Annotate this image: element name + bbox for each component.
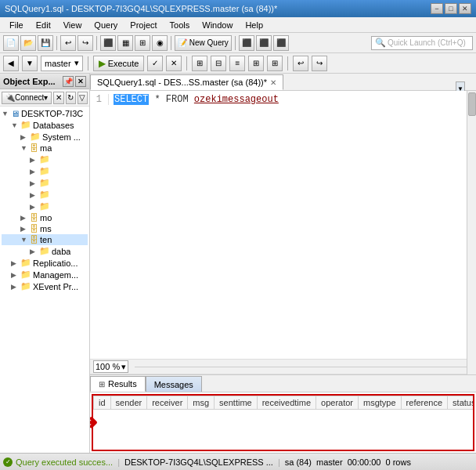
- system-label: System ...: [42, 132, 81, 142]
- sql-line-1: SELECT * FROM ozekimessageout: [114, 94, 279, 105]
- cancel-btn[interactable]: ✕: [166, 56, 182, 71]
- tree-sub4[interactable]: ▶ 📁: [2, 189, 88, 201]
- management-label: Managem...: [33, 270, 78, 280]
- zoom-bar: 100 % ▾: [90, 359, 476, 374]
- tree-sub5[interactable]: ▶ 📁: [2, 201, 88, 212]
- sep2: [96, 36, 97, 50]
- btn6[interactable]: ◉: [152, 35, 168, 51]
- db-dropdown[interactable]: master ▾: [41, 56, 83, 71]
- expand-icon: ▶: [20, 133, 30, 141]
- main-area: Object Exp... 📌 ✕ 🔌 Connect ▾ ✕ ↻ ▽ ▼ 🖥 …: [0, 74, 476, 453]
- quick-launch-input[interactable]: 🔍 Quick Launch (Ctrl+Q): [371, 36, 473, 50]
- tree-sub1[interactable]: ▶ 📁: [2, 154, 88, 165]
- results-tab[interactable]: ⊞ Results: [90, 376, 146, 392]
- expand-icon: ▶: [30, 156, 39, 164]
- redo-btn[interactable]: ↪: [78, 35, 93, 51]
- btn4[interactable]: ▦: [117, 35, 133, 51]
- col-msgtype: msgtype: [359, 396, 402, 410]
- toolbar-btn-e[interactable]: ≡: [229, 56, 245, 71]
- col-operator: operator: [316, 396, 359, 410]
- new-file-btn[interactable]: 📄: [3, 35, 19, 51]
- toolbar-btn-b[interactable]: ▼: [22, 56, 38, 71]
- menu-window[interactable]: Window: [196, 19, 239, 31]
- menu-view[interactable]: View: [57, 19, 88, 31]
- menu-file[interactable]: File: [3, 19, 30, 31]
- maximize-button[interactable]: □: [445, 3, 457, 14]
- zoom-dropdown[interactable]: 100 % ▾: [93, 360, 128, 373]
- tree-databases[interactable]: ▼ 📁 Databases: [2, 119, 88, 131]
- results-area: ⊞ Results Messages ➜ id: [90, 374, 476, 453]
- vertical-scrollbar[interactable]: [467, 91, 476, 374]
- btn3[interactable]: ⬛: [100, 35, 116, 51]
- minimize-button[interactable]: −: [431, 3, 443, 14]
- chevron-down-icon: ▾: [74, 58, 79, 68]
- expand-icon: ▼: [2, 110, 11, 118]
- filter-btn[interactable]: ▽: [78, 92, 88, 104]
- expand-icon: ▼: [20, 144, 30, 152]
- tree-ma-db[interactable]: ▼ 🗄 ma: [2, 143, 88, 154]
- refresh-btn[interactable]: ↻: [66, 92, 76, 104]
- xevent-label: XEvent Pr...: [33, 282, 78, 291]
- open-btn[interactable]: 📂: [20, 35, 36, 51]
- tab-close-icon[interactable]: ✕: [270, 78, 276, 87]
- close-button[interactable]: ✕: [459, 3, 471, 14]
- btn8[interactable]: ⬛: [256, 35, 272, 51]
- panel-close-btn[interactable]: ✕: [75, 76, 86, 87]
- debug-btn[interactable]: ✓: [147, 56, 163, 71]
- tree-xevent[interactable]: ▶ 📁 XEvent Pr...: [2, 280, 88, 292]
- tree-ten-db[interactable]: ▼ 🗄 ten: [2, 234, 88, 245]
- tree-management[interactable]: ▶ 📁 Managem...: [2, 269, 88, 280]
- tree-mo-db[interactable]: ▶ 🗄 mo: [2, 212, 88, 223]
- tree-replication[interactable]: ▶ 📁 Replicatio...: [2, 257, 88, 269]
- menu-edit[interactable]: Edit: [30, 19, 57, 31]
- toolbar-btn-f[interactable]: ⊞: [248, 56, 264, 71]
- toolbar-btn-d[interactable]: ⊟: [211, 56, 226, 71]
- status-success: ✓ Query executed succes...: [3, 457, 113, 467]
- undo-btn[interactable]: ↩: [60, 35, 76, 51]
- execute-button[interactable]: ▶ Execute: [93, 56, 145, 71]
- connect-btn[interactable]: 🔌 Connect ▾: [2, 92, 52, 104]
- menu-query[interactable]: Query: [88, 19, 124, 31]
- query-editor[interactable]: 1 SELECT * FROM ozekimessageout: [90, 91, 476, 359]
- toolbar-btn-h[interactable]: ↩: [293, 56, 308, 71]
- sep1: [56, 36, 57, 50]
- disconnect-btn[interactable]: ✕: [53, 92, 63, 104]
- tree-server-node[interactable]: ▼ 🖥 DESKTOP-7I3C: [2, 108, 88, 119]
- toolbar-btn-i[interactable]: ↪: [312, 56, 327, 71]
- tree-sub3[interactable]: ▶ 📁: [2, 177, 88, 189]
- folder-icon: 📁: [39, 154, 50, 164]
- col-reference: reference: [401, 396, 447, 410]
- sql-star: *: [154, 94, 165, 105]
- folder-icon: 📁: [39, 246, 50, 256]
- tree-sub2[interactable]: ▶ 📁: [2, 165, 88, 177]
- tree-ms-db[interactable]: ▶ 🗄 ms: [2, 223, 88, 234]
- menu-project[interactable]: Project: [124, 19, 163, 31]
- toolbar-btn-c[interactable]: ⊞: [192, 56, 207, 71]
- messages-tab[interactable]: Messages: [146, 376, 202, 392]
- toolbar-btn-g[interactable]: ⊞: [267, 56, 283, 71]
- new-query-btn[interactable]: 📝 New Query: [175, 35, 232, 51]
- status-db: master: [316, 457, 343, 467]
- save-btn[interactable]: 💾: [38, 35, 53, 51]
- expand-icon: ▶: [30, 203, 39, 211]
- scrollbar-thumb[interactable]: [468, 92, 476, 116]
- btn9[interactable]: ⬛: [273, 35, 289, 51]
- menu-help[interactable]: Help: [239, 19, 269, 31]
- col-status: status: [448, 396, 474, 410]
- pin-btn[interactable]: 📌: [63, 76, 74, 87]
- query-tab[interactable]: SQLQuery1.sql - DES...SS.master (sa (84)…: [90, 74, 283, 90]
- menu-tools[interactable]: Tools: [164, 19, 197, 31]
- expand-icon: ▶: [11, 271, 20, 279]
- results-grid-container[interactable]: id sender receiver msg senttime received…: [92, 394, 474, 451]
- toolbar-btn-a[interactable]: ◀: [3, 56, 19, 71]
- tree-system[interactable]: ▶ 📁 System ...: [2, 131, 88, 143]
- results-header-row: id sender receiver msg senttime received…: [94, 396, 475, 410]
- query-editor-area: SQLQuery1.sql - DES...SS.master (sa (84)…: [90, 74, 476, 453]
- btn5[interactable]: ⊞: [135, 35, 150, 51]
- results-table: id sender receiver msg senttime received…: [93, 396, 474, 410]
- btn7[interactable]: ⬛: [239, 35, 254, 51]
- tree-daba[interactable]: ▶ 📁 daba: [2, 245, 88, 257]
- tab-label: SQLQuery1.sql - DES...SS.master (sa (84)…: [97, 78, 267, 87]
- panel-controls: 📌 ✕: [63, 76, 86, 87]
- expand-icon: ▶: [20, 225, 30, 233]
